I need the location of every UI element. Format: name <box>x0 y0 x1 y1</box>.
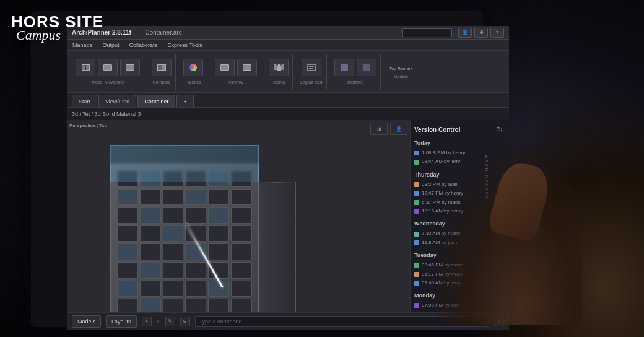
3d-viewport[interactable]: ⊞ 👤 Perspective | Top <box>67 120 410 312</box>
menu-express-tools[interactable]: Express Tools <box>166 42 204 48</box>
building-windows-grid <box>117 170 252 312</box>
window-cell <box>231 243 252 260</box>
window-cell <box>117 262 138 279</box>
panel-title: Version Control <box>414 126 460 133</box>
palettes-btn[interactable] <box>183 59 203 76</box>
refresh-button[interactable]: ↻ <box>497 125 505 134</box>
geo-update[interactable]: Update <box>394 74 408 79</box>
version-dot-green <box>414 160 419 165</box>
teams-icon-container <box>274 64 284 71</box>
geo-top-remark: Top Remark <box>388 65 414 72</box>
window-cell <box>140 262 161 279</box>
viewport-icons-row <box>76 59 140 76</box>
breadcrumb-path: 3d / Tet / 3d Solid Material 3 <box>72 111 141 117</box>
menu-collaborate[interactable]: Collaborate <box>128 42 160 48</box>
window-cell <box>163 243 184 260</box>
add-tab-btn[interactable]: + <box>142 317 152 326</box>
version-dot-orange2 <box>414 272 419 277</box>
version-dot-green <box>414 200 419 205</box>
window-cell <box>163 189 184 206</box>
tab-start[interactable]: Start <box>72 95 97 107</box>
window-cell <box>117 189 138 206</box>
layout-group-label: Layout Text <box>300 80 323 84</box>
help-icon[interactable]: ? <box>490 28 504 38</box>
edit-icon[interactable]: ✎ <box>165 317 175 326</box>
view-btn[interactable] <box>215 59 235 76</box>
tab-viewfind[interactable]: View/Find <box>98 95 136 107</box>
version-dot-teal <box>414 232 419 237</box>
version-dot-blue2 <box>414 240 419 245</box>
models-tab[interactable]: Models <box>72 315 101 328</box>
teams-group-label: Teams <box>272 80 285 84</box>
building-side-face <box>259 182 296 312</box>
window-cell <box>208 207 229 224</box>
interface-icon1 <box>341 64 348 71</box>
search-box[interactable] <box>402 28 452 37</box>
viewer-controls: ⊞ 👤 <box>368 120 410 138</box>
window-cell <box>185 189 206 206</box>
window-cell <box>117 299 138 312</box>
version-dot-purple <box>414 209 419 214</box>
viewport-rect2-icon <box>126 64 134 71</box>
version-dot-blue3 <box>414 281 419 286</box>
teams-icon <box>274 64 277 70</box>
toolbar-group-layout: Layout Text <box>297 54 327 90</box>
user-icon[interactable]: 👤 <box>458 28 472 38</box>
viewport-3-btn[interactable] <box>120 59 140 76</box>
window-cell <box>208 243 229 260</box>
palettes-group-label: Palettes <box>185 80 201 84</box>
layout-btn[interactable] <box>302 59 321 76</box>
toolbar-group-viewports: Model Viewports <box>72 54 144 90</box>
compare-icon <box>157 64 166 71</box>
window-cell <box>185 281 206 297</box>
building-3d <box>85 126 321 312</box>
viewport-grid-icon <box>82 64 90 71</box>
menu-bar: Manage Output Collaborate Express Tools <box>67 40 509 51</box>
layouts-tab[interactable]: Layouts <box>106 315 137 328</box>
window-cell <box>163 262 184 279</box>
teams-btn[interactable] <box>269 59 289 76</box>
window-cell <box>140 225 161 242</box>
viewports-group-label: Model Viewports <box>92 80 124 84</box>
toolbar-group-interface: Interface <box>331 54 381 90</box>
compare-group-label: Compare <box>153 80 171 84</box>
window-cell <box>231 189 252 206</box>
search-command-icon[interactable]: ⊕ <box>180 317 190 326</box>
window-cell <box>208 189 229 206</box>
version-dot-blue <box>414 151 419 155</box>
window-cell <box>140 207 161 224</box>
menu-output[interactable]: Output <box>101 42 121 48</box>
toolbar: Model Viewports Compare Palettes <box>67 51 509 93</box>
building-glass-floor <box>110 145 259 182</box>
window-cell <box>231 207 252 224</box>
view2-btn[interactable] <box>237 59 257 76</box>
view-icon <box>220 64 229 71</box>
tab-container[interactable]: Container <box>137 95 175 107</box>
interface-group-label: Interface <box>347 80 363 84</box>
viewport-2-btn[interactable] <box>98 59 118 76</box>
toolbar-group-view: View #2 <box>211 54 261 90</box>
settings-icon[interactable]: ⚙ <box>474 28 488 38</box>
menu-manage[interactable]: Manage <box>71 42 95 48</box>
interface-btn2[interactable] <box>357 59 376 76</box>
window-cell <box>163 299 184 312</box>
tab-bar: Start View/Find Container + <box>67 93 509 108</box>
tab-new[interactable]: + <box>176 95 193 107</box>
window-cell <box>208 225 229 242</box>
window-cell <box>185 262 206 279</box>
viewer-btn-user[interactable]: 👤 <box>390 123 407 135</box>
compare-btn[interactable] <box>152 59 172 76</box>
viewer-btn-1[interactable]: ⊞ <box>370 123 388 135</box>
viewport-info-label: Perspective | Top <box>69 123 107 128</box>
panel-header: Version Control ↻ <box>414 125 505 134</box>
palette-icon <box>189 64 197 71</box>
file-name: Container.arc <box>145 29 396 36</box>
window-cell <box>231 225 252 242</box>
window-cell <box>117 225 138 242</box>
window-cell <box>140 189 161 206</box>
viewport-1-btn[interactable] <box>76 59 95 76</box>
view-group-label: View #2 <box>228 80 244 84</box>
interface-icons-row <box>334 59 376 76</box>
view2-icon <box>243 64 251 71</box>
interface-btn1[interactable] <box>334 59 354 76</box>
